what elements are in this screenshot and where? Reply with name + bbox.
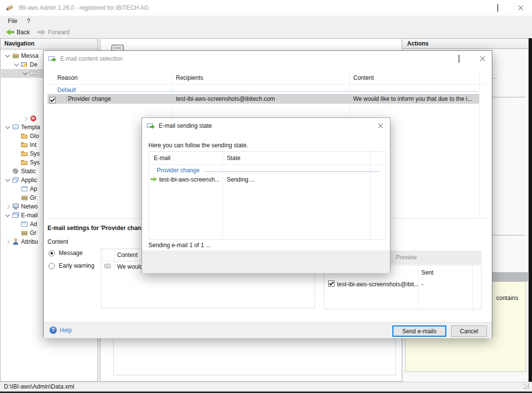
sending-arrow-icon [150,176,157,182]
send-emails-button[interactable]: Send e-mails [392,325,446,337]
toolbar: Back Forward [0,26,532,39]
monitor-warning-icon [21,61,28,69]
sending-row[interactable]: test-ibi-aws-screensh... Sending ... [149,175,386,185]
folder-icon [21,150,28,158]
dialog-close-button[interactable] [369,118,392,134]
template-icon [12,123,20,131]
nav-item-label: Glo [30,133,39,139]
nav-item-label: E-mail [21,212,38,219]
sending-email: test-ibi-aws-screensh... [159,176,219,183]
row-checkbox[interactable] [49,97,56,103]
radio-early-label: Early warning [59,262,95,269]
chevron-down-icon[interactable] [3,176,12,185]
row-reason: Provider change [68,95,111,102]
nav-item-label: Static [21,168,36,175]
group-label[interactable]: Provider change [157,167,199,174]
dialog-close-button[interactable] [471,51,494,67]
cancel-button[interactable]: Cancel [451,325,487,337]
background-window-edge [529,38,532,393]
dialog-title: E-mail sending state [159,118,212,134]
back-arrow-icon [6,28,14,36]
mail-stack-icon [12,211,20,219]
app-window-icon [21,185,28,193]
group-label[interactable]: Default [57,87,76,93]
package-icon [12,52,20,60]
content-row-text[interactable]: We would [117,263,143,270]
column-header-recipients[interactable]: Recipients [176,74,203,81]
chevron-right-icon[interactable] [21,114,29,123]
content-column-header[interactable]: Content [117,252,138,258]
chevron-right-icon[interactable] [3,237,12,246]
forward-arrow-icon [37,28,46,36]
radio-icon [48,250,55,256]
resize-grip[interactable] [524,384,530,390]
back-button[interactable]: Back [3,26,33,38]
chevron-spacer [12,132,21,140]
sending-status-text: Sending e-mail 1 of 1 ... [148,242,211,249]
chevron-down-icon[interactable] [3,123,12,132]
radio-message[interactable]: Message [48,250,83,256]
column-header-state[interactable]: State [227,155,241,162]
chevron-spacer [3,167,12,176]
chevron-down-icon[interactable] [3,211,12,220]
chevron-down-icon[interactable] [3,51,12,60]
table-row[interactable]: Provider change test-ibi-aws-screenshots… [48,94,479,104]
chevron-right-icon[interactable] [3,202,12,211]
folder-icon [21,141,28,149]
menu-help[interactable]: ? [23,16,34,26]
nav-item-label: Gr [30,194,36,201]
network-icon [12,203,20,210]
window-title: IBI-aws Admin 1.26.0 - registered for IB… [19,0,148,16]
preview-header-label[interactable]: Preview [396,254,417,261]
navigation-header: Navigation [0,39,97,49]
column-separator [114,249,115,272]
column-header-content[interactable]: Content [353,74,374,81]
header-divider [48,84,487,85]
folder-icon [21,132,28,140]
dialog-minimize-button[interactable] [424,51,447,67]
chevron-spacer [12,140,21,149]
nav-item-label: Ad [30,221,37,228]
preview-row[interactable]: test-ibi-aws-screenshots@ibit... - [324,279,481,289]
preview-row-checkbox[interactable] [328,280,335,287]
help-link[interactable]: Help [49,326,72,334]
nav-item-label: Sys [30,159,40,166]
chevron-spacer [12,185,21,193]
chevron-down-icon[interactable] [21,69,29,78]
sending-table: E-mail State Provider change test-ibi-aw… [148,151,386,240]
blocked-icon [29,115,37,122]
chevron-down-icon[interactable] [12,60,21,69]
folder-icon [21,159,28,166]
column-header-email[interactable]: E-mail [154,155,170,162]
row-content: We would like to inform you that due to … [353,95,472,102]
help-icon [49,326,57,334]
nav-item-label: Ap [30,185,37,192]
close-icon [377,122,384,129]
nav-item-label: Applic [21,177,37,184]
mail-icon [21,220,28,228]
statusbar: D:\IBI-aws\Admin\Data.xml [0,382,532,392]
chevron-spacer [12,229,21,237]
maximize-icon [459,55,459,62]
minimize-button[interactable] [463,0,486,16]
row-recipients: test-ibi-aws-screenshots@ibitech.com [176,95,275,102]
apps-icon [12,176,20,184]
close-button[interactable] [509,0,532,16]
sending-state: Sending ... [227,176,255,183]
menu-file[interactable]: File [4,16,21,26]
nav-item-label: Int [30,141,36,148]
dialog-maximize-button[interactable] [448,51,470,67]
column-header-reason[interactable]: Reason [57,74,77,81]
chevron-spacer [12,220,21,229]
email-sending-state-dialog: E-mail sending state Here you can follow… [142,117,390,273]
sent-column-header[interactable]: Sent [421,269,434,276]
forward-button[interactable]: Forward [34,26,73,38]
maximize-button[interactable] [486,0,509,16]
package-icon [21,229,28,237]
group-line [204,171,379,172]
cancel-label: Cancel [460,328,478,335]
group-line [81,91,478,92]
radio-early-warning[interactable]: Early warning [48,262,95,269]
help-note-text: contains [496,295,518,301]
nav-item-label: De [30,61,37,68]
